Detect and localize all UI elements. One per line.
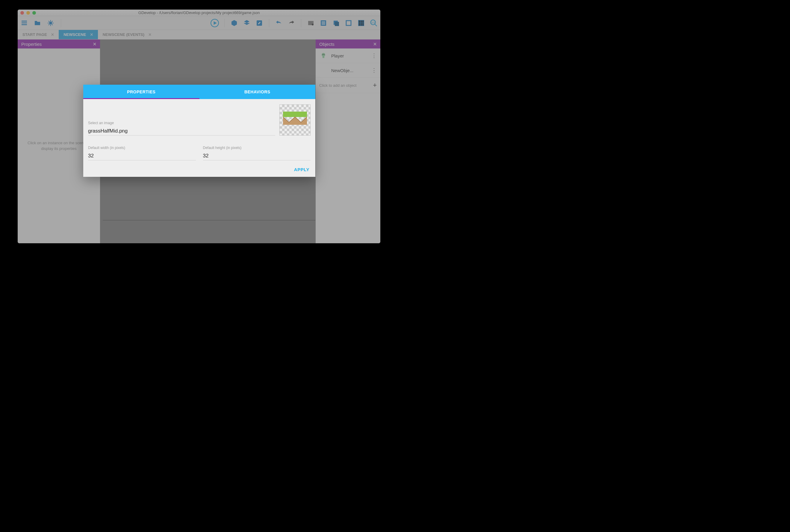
dialog-tabs: PROPERTIES BEHAVIORS <box>83 85 315 99</box>
object-editor-dialog: PROPERTIES BEHAVIORS Select an image <box>83 85 315 177</box>
height-field-label: Default height (in pixels) <box>203 146 311 150</box>
tab-properties[interactable]: PROPERTIES <box>83 85 199 99</box>
app-window: GDevelop - /Users/florian/GDevelop proje… <box>18 10 380 243</box>
image-preview-thumbnail[interactable] <box>279 104 311 135</box>
image-field-label: Select an image <box>88 121 275 125</box>
height-field-input[interactable] <box>203 152 311 160</box>
width-field-label: Default width (in pixels) <box>88 146 196 150</box>
dialog-body: Select an image Default width (in pixels… <box>83 99 315 164</box>
apply-button[interactable]: APPLY <box>294 167 309 172</box>
svg-rect-21 <box>283 112 307 117</box>
grass-tile-icon <box>283 112 307 125</box>
tab-behaviors[interactable]: BEHAVIORS <box>199 85 316 99</box>
tab-label: BEHAVIORS <box>244 90 271 94</box>
image-field-input[interactable] <box>88 127 275 135</box>
tab-label: PROPERTIES <box>127 90 155 94</box>
width-field-input[interactable] <box>88 152 196 160</box>
dialog-actions: APPLY <box>83 164 315 177</box>
